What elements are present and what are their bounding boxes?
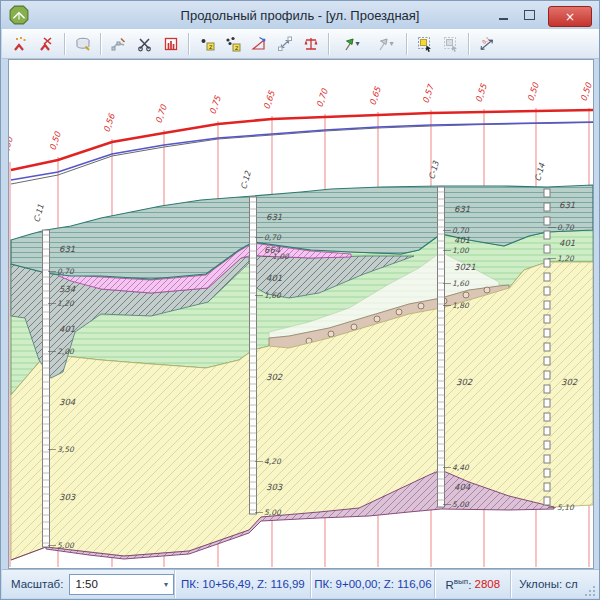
depth-label: 1,00 bbox=[272, 252, 290, 261]
soil-code-label: 534 bbox=[59, 284, 76, 294]
soil-code-label: 401 bbox=[266, 273, 282, 283]
secondary-design-line bbox=[11, 122, 593, 180]
depth-label: 0,70 bbox=[264, 233, 282, 242]
angle-triangle-icon bbox=[251, 36, 267, 52]
profile-canvas[interactable]: 0,500,500,560,700,750,650,700,650,570,55… bbox=[9, 60, 593, 568]
close-icon: × bbox=[565, 10, 575, 24]
geology-layers bbox=[11, 185, 593, 560]
add-ordinate-button[interactable] bbox=[8, 31, 34, 57]
statusbar: Масштаб: 1:50 ▾ ПК: 10+56,49, Z: 116,99 … bbox=[2, 569, 600, 598]
polyline-nodes-icon bbox=[111, 36, 127, 52]
app-window: Продольный профиль - [ул. Проездная] × bbox=[0, 0, 600, 600]
select-area-button[interactable] bbox=[412, 31, 438, 57]
measure-step-button[interactable]: 0,1 bbox=[474, 31, 500, 57]
balance-button[interactable] bbox=[298, 31, 324, 57]
scissors-icon bbox=[137, 36, 153, 52]
depth-label: 1,20 bbox=[57, 299, 75, 308]
soil-code-label: 303 bbox=[266, 482, 283, 492]
depth-label: 4,20 bbox=[264, 457, 282, 466]
minimize-button[interactable] bbox=[491, 6, 515, 24]
cut-profile-button[interactable] bbox=[132, 31, 158, 57]
maximize-icon bbox=[524, 10, 535, 20]
depth-label: 1,00 bbox=[452, 246, 470, 255]
app-icon bbox=[9, 5, 29, 25]
ordinate-label: 0,57 bbox=[420, 82, 436, 105]
soil-code-label: 401 bbox=[59, 324, 75, 334]
scales-icon bbox=[303, 36, 319, 52]
borehole-name: С-12 bbox=[239, 169, 253, 190]
depth-label: 5,10 bbox=[557, 503, 575, 512]
measure-arrow-icon: 0,1 bbox=[479, 36, 495, 52]
toolbar-separator bbox=[328, 33, 330, 55]
soil-column-button[interactable] bbox=[158, 31, 184, 57]
soil-code-label: 302 bbox=[561, 377, 578, 387]
ordinate-label: 0,50 bbox=[578, 80, 593, 103]
ordinate-label: 0,65 bbox=[261, 89, 277, 111]
scale-combobox[interactable]: 1:50 ▾ bbox=[69, 574, 174, 595]
edit-polyline-button[interactable] bbox=[106, 31, 132, 57]
column-diagram-icon bbox=[163, 36, 179, 52]
drawing-area[interactable]: 0,500,500,560,700,750,650,700,650,570,55… bbox=[8, 59, 594, 569]
ordinate-label: 0,75 bbox=[207, 94, 223, 116]
pk2-panel: ПК: 9+00,00; Z: 116,06 bbox=[312, 570, 434, 598]
depth-label: 3,50 bbox=[57, 445, 75, 454]
depth-label: 1,20 bbox=[557, 254, 575, 263]
move-segment-button[interactable] bbox=[272, 31, 298, 57]
radius-value: 2808 bbox=[475, 578, 501, 590]
toolbar-separator bbox=[406, 33, 408, 55]
selection-box-disabled-icon bbox=[443, 36, 459, 52]
titlebar: Продольный профиль - [ул. Проездная] × bbox=[1, 1, 599, 29]
slope-angle-button[interactable] bbox=[246, 31, 272, 57]
pk1-value: ПК: 10+56,49, Z: 116,99 bbox=[181, 578, 305, 590]
depth-label: 5,00 bbox=[452, 500, 470, 509]
pk1-panel: ПК: 10+56,49, Z: 116,99 bbox=[176, 570, 310, 598]
points-elevation-button[interactable]: z bbox=[220, 31, 246, 57]
radius-panel: Rвып: 2808 bbox=[436, 570, 510, 598]
ordinate-label: 0,55 bbox=[473, 82, 489, 104]
depth-label: 1,60 bbox=[264, 291, 282, 300]
select-area-alt-button[interactable] bbox=[438, 31, 464, 57]
depth-label: 1,80 bbox=[452, 301, 470, 310]
chevron-down-icon: ▾ bbox=[164, 580, 168, 589]
chevron-down-icon: ▾ bbox=[355, 39, 359, 48]
soil-code-label: 401 bbox=[559, 238, 575, 248]
svg-text:z: z bbox=[209, 43, 213, 51]
delete-ordinate-button[interactable] bbox=[34, 31, 60, 57]
maximize-button[interactable] bbox=[517, 6, 541, 24]
toolbar-separator bbox=[100, 33, 102, 55]
borehole-name: С-14 bbox=[533, 161, 547, 182]
resize-grip[interactable] bbox=[585, 586, 597, 598]
borehole-name: С-13 bbox=[427, 159, 441, 180]
points-z-icon: z bbox=[225, 36, 241, 52]
svg-text:0,1: 0,1 bbox=[481, 36, 491, 45]
radius-label: Rвып: bbox=[445, 577, 474, 591]
layers-stack-icon bbox=[75, 36, 91, 52]
depth-label: 4,40 bbox=[452, 463, 470, 472]
geology-database-button[interactable] bbox=[70, 31, 96, 57]
close-button[interactable]: × bbox=[548, 6, 592, 27]
slopes-label: Уклоны: сл bbox=[519, 578, 578, 590]
toolbar-separator bbox=[468, 33, 470, 55]
ordinate-label: 0,56 bbox=[101, 112, 117, 134]
red-peak-cross-icon bbox=[39, 36, 55, 52]
depth-label: 1,60 bbox=[452, 279, 470, 288]
depth-label: 0,70 bbox=[557, 223, 575, 232]
chevron-down-icon: ▾ bbox=[389, 39, 393, 48]
point-elevation-button[interactable]: z bbox=[194, 31, 220, 57]
toolbar-separator bbox=[188, 33, 190, 55]
borehole-name: С-11 bbox=[32, 203, 46, 223]
red-peak-sparkle-icon bbox=[13, 36, 29, 52]
minimize-icon bbox=[499, 18, 508, 20]
ordinate-label: 0,70 bbox=[314, 86, 330, 109]
soil-code-label: 631 bbox=[59, 244, 75, 254]
apply-flag-button[interactable]: ▾ bbox=[334, 31, 368, 57]
ordinate-label: 0,65 bbox=[367, 85, 383, 107]
svg-text:z: z bbox=[235, 44, 239, 52]
design-lines bbox=[11, 110, 593, 184]
soil-code-label: 3021 bbox=[454, 262, 476, 272]
depth-label: 5,00 bbox=[57, 541, 75, 550]
apply-flag-alt-button[interactable]: ▾ bbox=[368, 31, 402, 57]
soil-code-label: 631 bbox=[559, 200, 575, 210]
selection-box-icon bbox=[417, 36, 433, 52]
soil-code-label: 302 bbox=[266, 372, 283, 382]
